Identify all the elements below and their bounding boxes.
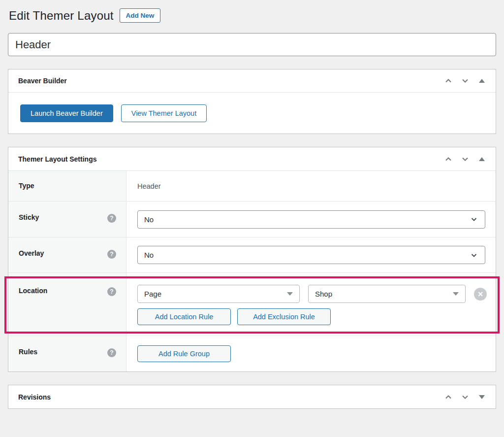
location-rule-value-text: Shop [315,290,332,298]
remove-rule-icon[interactable]: ✕ [474,288,487,301]
sticky-label: Sticky [19,213,39,221]
sticky-select-value: No [144,215,154,224]
help-icon[interactable]: ? [107,250,116,259]
help-icon[interactable]: ? [107,287,116,296]
settings-row-rules: Rules ? Add Rule Group [8,336,496,371]
revisions-panel-title: Revisions [18,393,51,401]
beaver-builder-panel-title: Beaver Builder [18,77,67,85]
settings-panel-title: Themer Layout Settings [18,155,96,163]
location-rule-type-value: Page [144,290,161,298]
add-rule-group-button[interactable]: Add Rule Group [137,345,231,362]
overlay-select-value: No [144,251,154,259]
location-label: Location [19,287,47,295]
view-themer-layout-button[interactable]: View Themer Layout [121,104,207,122]
sticky-label-cell: Sticky ? [8,202,126,237]
type-value: Header [137,182,161,190]
rules-value-cell: Add Rule Group [126,336,496,371]
move-up-icon[interactable] [442,391,454,403]
type-label-cell: Type [8,171,126,201]
sticky-select[interactable]: No [137,210,485,229]
location-value-cell: Page Shop ✕ Add Location Rule Add Exclus… [126,273,497,336]
location-rule-type-dropdown[interactable]: Page [137,285,300,303]
type-value-cell: Header [126,171,496,201]
caret-down-icon [453,292,459,296]
chevron-down-icon [470,215,478,223]
location-label-cell: Location ? [8,273,126,336]
page-header: Edit Themer Layout Add New [9,0,496,23]
help-icon[interactable]: ? [107,348,116,357]
move-down-icon[interactable] [459,391,471,403]
panel-handle-actions [442,391,488,403]
rules-label: Rules [19,348,37,356]
add-location-rule-button[interactable]: Add Location Rule [137,308,231,325]
settings-row-location: Location ? Page Shop ✕ Add Location R [8,273,496,336]
chevron-down-icon [470,251,478,259]
panel-handle-actions [442,75,488,87]
overlay-select[interactable]: No [137,246,485,264]
sticky-value-cell: No [126,202,496,237]
add-exclusion-rule-button[interactable]: Add Exclusion Rule [237,308,331,325]
collapse-toggle-icon[interactable] [476,75,488,87]
location-rule-value-dropdown[interactable]: Shop [308,285,466,303]
overlay-label: Overlay [19,249,44,257]
settings-row-sticky: Sticky ? No [8,202,496,237]
themer-layout-settings-panel: Themer Layout Settings Type Header [8,147,496,372]
overlay-label-cell: Overlay ? [8,237,126,272]
launch-beaver-builder-button[interactable]: Launch Beaver Builder [20,104,113,122]
location-rule-selects: Page Shop ✕ [137,285,487,303]
move-up-icon[interactable] [442,153,454,165]
type-label: Type [19,182,34,190]
help-icon[interactable]: ? [107,214,116,223]
revisions-panel-header: Revisions [8,385,496,408]
settings-row-overlay: Overlay ? No [8,237,496,273]
beaver-builder-panel-content: Launch Beaver Builder View Themer Layout [8,93,496,134]
add-new-button[interactable]: Add New [120,8,161,23]
move-down-icon[interactable] [459,75,471,87]
move-up-icon[interactable] [442,75,454,87]
beaver-builder-panel: Beaver Builder Launch Beaver Builder Vie… [8,69,496,134]
location-rule-buttons: Add Location Rule Add Exclusion Rule [137,308,487,325]
revisions-panel: Revisions [8,385,496,409]
move-down-icon[interactable] [459,153,471,165]
settings-row-type: Type Header [8,171,496,202]
page-title: Edit Themer Layout [9,9,114,23]
rules-label-cell: Rules ? [8,336,126,371]
caret-down-icon [287,292,293,296]
settings-table: Type Header Sticky ? No [8,170,496,371]
layout-title-input[interactable] [8,33,496,56]
beaver-builder-panel-header: Beaver Builder [8,69,496,93]
settings-panel-header: Themer Layout Settings [8,147,496,170]
panel-handle-actions [442,153,488,165]
overlay-value-cell: No [126,237,496,272]
collapse-toggle-icon[interactable] [476,153,488,165]
expand-toggle-icon[interactable] [476,391,488,403]
